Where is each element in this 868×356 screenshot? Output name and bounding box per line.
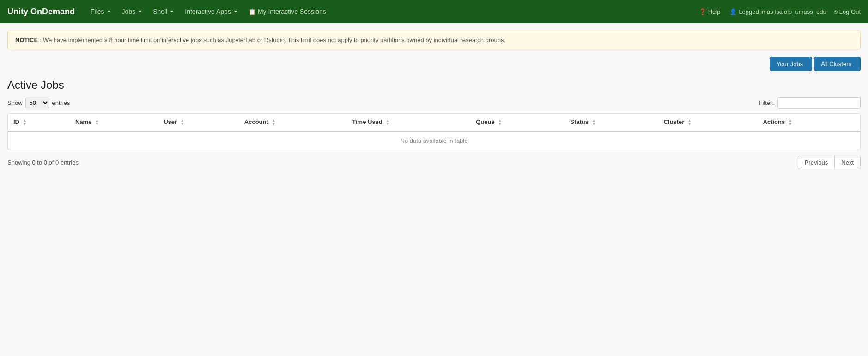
sort-icon: ▲▼ xyxy=(95,119,99,126)
col-time-used[interactable]: Time Used ▲▼ xyxy=(346,114,470,131)
col-queue[interactable]: Queue ▲▼ xyxy=(470,114,565,131)
nav-shell-label: Shell xyxy=(153,8,167,15)
logout-label: Log Out xyxy=(839,8,861,15)
nav-my-sessions[interactable]: 📋 My Interactive Sessions xyxy=(244,4,331,19)
sort-icon: ▲▼ xyxy=(23,119,27,126)
col-account-label: Account xyxy=(244,118,268,125)
table-controls: Show 50 10 25 100 entries Filter: xyxy=(7,97,861,109)
show-label: Show xyxy=(7,99,23,106)
logout-icon: ⎋ xyxy=(834,8,838,15)
notice-prefix: NOTICE xyxy=(15,37,38,43)
filter-input[interactable] xyxy=(777,97,861,109)
jobs-table: ID ▲▼ Name ▲▼ User ▲▼ Account ▲▼ xyxy=(8,114,860,150)
chevron-down-icon xyxy=(107,11,111,12)
col-cluster-label: Cluster xyxy=(663,118,684,125)
chevron-down-icon xyxy=(170,11,174,12)
entries-label: entries xyxy=(52,99,70,106)
all-clusters-label: All Clusters xyxy=(821,61,851,68)
table-row: No data available in table xyxy=(8,131,860,150)
question-icon: ❓ xyxy=(699,8,706,15)
previous-button[interactable]: Previous xyxy=(798,156,835,169)
showing-text: Showing 0 to 0 of 0 entries xyxy=(7,159,79,166)
no-data-message: No data available in table xyxy=(8,131,860,150)
show-entries: Show 50 10 25 100 entries xyxy=(7,98,70,108)
col-user[interactable]: User ▲▼ xyxy=(158,114,239,131)
navbar: Unity OnDemand Files Jobs Shell Interact… xyxy=(0,0,868,23)
brand-link[interactable]: Unity OnDemand xyxy=(7,7,75,17)
all-clusters-button[interactable]: All Clusters xyxy=(814,57,861,71)
col-id[interactable]: ID ▲▼ xyxy=(8,114,70,131)
main-content: Your Jobs All Clusters Active Jobs Show … xyxy=(0,57,868,177)
col-name[interactable]: Name ▲▼ xyxy=(70,114,158,131)
sort-icon: ▲▼ xyxy=(272,119,275,126)
sort-icon: ▲▼ xyxy=(789,119,792,126)
table-body: No data available in table xyxy=(8,131,860,150)
sort-icon: ▲▼ xyxy=(181,119,184,126)
filter-label: Filter: xyxy=(759,99,774,106)
page-title: Active Jobs xyxy=(7,79,861,92)
filter-row: Filter: xyxy=(759,97,861,109)
notice-text: : We have implemented a 8 hour time limi… xyxy=(40,37,505,43)
logout-button[interactable]: ⎋ Log Out xyxy=(834,8,861,15)
chevron-down-icon xyxy=(234,11,237,12)
table-header: ID ▲▼ Name ▲▼ User ▲▼ Account ▲▼ xyxy=(8,114,860,131)
navbar-left: Unity OnDemand Files Jobs Shell Interact… xyxy=(7,4,331,19)
user-label: Logged in as lsaioio_umass_edu xyxy=(739,8,826,15)
nav-shell[interactable]: Shell xyxy=(148,4,178,19)
clipboard-icon: 📋 xyxy=(249,8,256,15)
your-jobs-label: Your Jobs xyxy=(777,61,803,68)
nav-files[interactable]: Files xyxy=(86,4,115,19)
col-queue-label: Queue xyxy=(476,118,494,125)
notice-bar: NOTICE : We have implemented a 8 hour ti… xyxy=(7,31,861,49)
help-label: Help xyxy=(708,8,721,15)
entries-select[interactable]: 50 10 25 100 xyxy=(25,98,49,108)
col-status[interactable]: Status ▲▼ xyxy=(565,114,658,131)
nav-jobs[interactable]: Jobs xyxy=(117,4,147,19)
help-menu[interactable]: ❓ Help xyxy=(699,8,722,15)
pagination-row: Showing 0 to 0 of 0 entries Previous Nex… xyxy=(7,156,861,169)
nav-interactive-apps[interactable]: Interactive Apps xyxy=(180,4,242,19)
col-actions-label: Actions xyxy=(763,118,785,125)
navbar-right: ❓ Help 👤 Logged in as lsaioio_umass_edu … xyxy=(699,8,861,15)
chevron-down-icon xyxy=(138,11,142,12)
nav-files-label: Files xyxy=(91,8,104,15)
sort-icon: ▲▼ xyxy=(688,119,692,126)
user-icon: 👤 xyxy=(729,8,737,15)
pagination-buttons: Previous Next xyxy=(798,156,861,169)
user-info: 👤 Logged in as lsaioio_umass_edu xyxy=(729,8,826,15)
nav-jobs-label: Jobs xyxy=(122,8,136,15)
sort-icon: ▲▼ xyxy=(386,119,389,126)
your-jobs-button[interactable]: Your Jobs xyxy=(770,57,812,71)
sort-icon: ▲▼ xyxy=(592,119,596,126)
toolbar-row: Your Jobs All Clusters xyxy=(7,57,861,71)
nav-interactive-apps-label: Interactive Apps xyxy=(185,8,231,15)
col-time-used-label: Time Used xyxy=(352,118,382,125)
sort-icon: ▲▼ xyxy=(498,119,502,126)
col-name-label: Name xyxy=(75,118,91,125)
col-status-label: Status xyxy=(570,118,589,125)
nav-my-sessions-label: My Interactive Sessions xyxy=(258,8,326,15)
jobs-table-wrapper: ID ▲▼ Name ▲▼ User ▲▼ Account ▲▼ xyxy=(7,113,861,150)
col-user-label: User xyxy=(164,118,177,125)
next-button[interactable]: Next xyxy=(835,156,861,169)
col-actions[interactable]: Actions ▲▼ xyxy=(758,114,860,131)
col-cluster[interactable]: Cluster ▲▼ xyxy=(658,114,757,131)
col-id-label: ID xyxy=(13,118,19,125)
col-account[interactable]: Account ▲▼ xyxy=(239,114,346,131)
